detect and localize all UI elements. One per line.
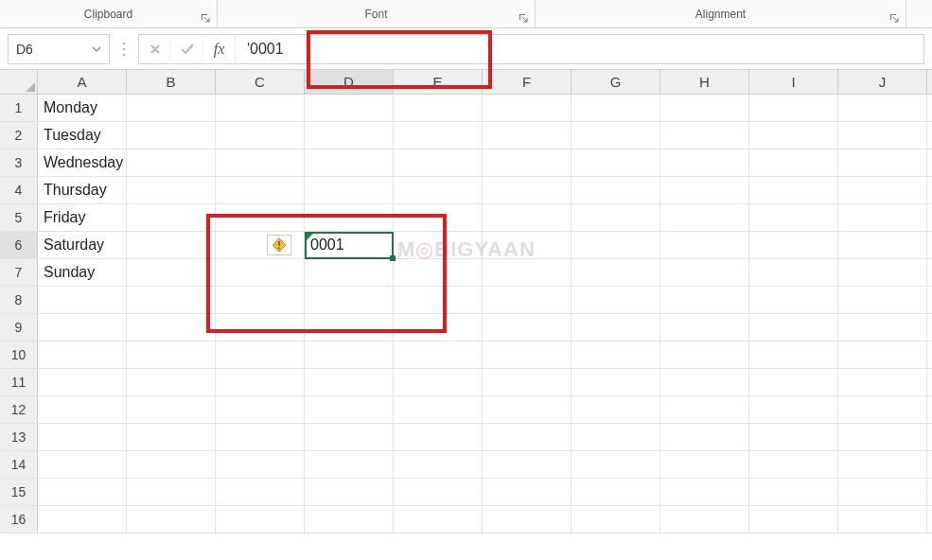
enter-button[interactable] <box>171 34 203 64</box>
cell-A2[interactable]: Tuesday <box>38 122 127 149</box>
cell-A11[interactable] <box>38 369 127 395</box>
cell-I16[interactable] <box>749 506 838 533</box>
cell-I13[interactable] <box>749 424 838 450</box>
cell-H10[interactable] <box>660 341 749 368</box>
cell-B10[interactable] <box>127 341 216 368</box>
cell-J3[interactable] <box>838 149 927 176</box>
cell-F15[interactable] <box>483 479 572 505</box>
cell-F13[interactable] <box>483 424 572 450</box>
cell-G15[interactable] <box>572 479 660 505</box>
row-header-11[interactable]: 11 <box>0 369 38 395</box>
row-header-13[interactable]: 13 <box>0 424 38 450</box>
cell-D7[interactable] <box>305 259 394 286</box>
cell-E11[interactable] <box>394 369 483 395</box>
row-header-4[interactable]: 4 <box>0 177 38 203</box>
cell-B7[interactable] <box>127 259 216 286</box>
cell-G6[interactable] <box>572 232 660 258</box>
cell-F9[interactable] <box>483 314 572 341</box>
cell-C9[interactable] <box>216 314 305 341</box>
cell-A7[interactable]: Sunday <box>38 259 127 286</box>
column-header-E[interactable]: E <box>394 70 483 94</box>
cell-A10[interactable] <box>38 341 127 368</box>
row-header-7[interactable]: 7 <box>0 259 38 286</box>
chevron-down-icon[interactable] <box>92 44 101 54</box>
cell-I14[interactable] <box>749 451 838 478</box>
cell-B11[interactable] <box>127 369 216 395</box>
cell-C8[interactable] <box>216 287 305 313</box>
cell-J13[interactable] <box>838 424 927 450</box>
cell-I9[interactable] <box>749 314 838 341</box>
cell-A5[interactable]: Friday <box>38 204 127 231</box>
insert-function-button[interactable]: fx <box>203 34 236 64</box>
cell-D8[interactable] <box>305 287 394 313</box>
column-header-C[interactable]: C <box>216 70 305 94</box>
column-header-D[interactable]: D <box>305 70 394 94</box>
cell-B13[interactable] <box>127 424 216 450</box>
cell-I12[interactable] <box>749 396 838 423</box>
cell-G9[interactable] <box>572 314 660 341</box>
cell-B16[interactable] <box>127 506 216 533</box>
cell-E15[interactable] <box>394 479 483 505</box>
cell-F4[interactable] <box>483 177 572 203</box>
cell-I15[interactable] <box>749 479 838 505</box>
column-header-A[interactable]: A <box>38 70 127 94</box>
cell-E4[interactable] <box>394 177 483 203</box>
cell-J4[interactable] <box>838 177 927 203</box>
cell-A3[interactable]: Wednesday <box>38 149 127 176</box>
cell-I8[interactable] <box>749 287 838 313</box>
cell-G14[interactable] <box>572 451 660 478</box>
cell-D4[interactable] <box>305 177 394 203</box>
cell-B8[interactable] <box>127 287 216 313</box>
cell-F11[interactable] <box>483 369 572 395</box>
cell-F16[interactable] <box>483 506 572 533</box>
cell-E5[interactable] <box>394 204 483 231</box>
row-header-5[interactable]: 5 <box>0 204 38 231</box>
cell-J7[interactable] <box>838 259 927 286</box>
column-header-G[interactable]: G <box>572 70 660 94</box>
cell-D1[interactable] <box>305 95 394 121</box>
cell-I4[interactable] <box>749 177 838 203</box>
cell-J11[interactable] <box>838 369 927 395</box>
row-header-1[interactable]: 1 <box>0 95 38 121</box>
row-header-15[interactable]: 15 <box>0 479 38 505</box>
cell-G4[interactable] <box>572 177 660 203</box>
cell-B6[interactable] <box>127 232 216 258</box>
cell-A6[interactable]: Saturday <box>38 232 127 258</box>
cell-I5[interactable] <box>749 204 838 231</box>
cell-A4[interactable]: Thursday <box>38 177 127 203</box>
cell-H5[interactable] <box>660 204 749 231</box>
row-header-2[interactable]: 2 <box>0 122 38 149</box>
cell-E16[interactable] <box>394 506 483 533</box>
cell-C4[interactable] <box>216 177 305 203</box>
cell-F12[interactable] <box>483 396 572 423</box>
cell-G13[interactable] <box>572 424 660 450</box>
cell-F1[interactable] <box>483 95 572 121</box>
column-header-I[interactable]: I <box>749 70 838 94</box>
cell-G3[interactable] <box>572 149 660 176</box>
cell-I6[interactable] <box>749 232 838 258</box>
cell-B9[interactable] <box>127 314 216 341</box>
cell-E12[interactable] <box>394 396 483 423</box>
cell-C14[interactable] <box>216 451 305 478</box>
dialog-launcher-icon[interactable] <box>888 12 900 24</box>
cell-F14[interactable] <box>483 451 572 478</box>
cell-D14[interactable] <box>305 451 394 478</box>
select-all-corner[interactable] <box>0 70 38 94</box>
cell-D3[interactable] <box>305 149 394 176</box>
cell-D2[interactable] <box>305 122 394 149</box>
cell-B3[interactable] <box>127 149 216 176</box>
cell-E2[interactable] <box>394 122 483 149</box>
cell-C10[interactable] <box>216 341 305 368</box>
cell-C7[interactable] <box>216 259 305 286</box>
cell-J6[interactable] <box>838 232 927 258</box>
cell-G1[interactable] <box>572 95 660 121</box>
cell-A9[interactable] <box>38 314 127 341</box>
cell-D9[interactable] <box>305 314 394 341</box>
cell-B4[interactable] <box>127 177 216 203</box>
cell-J14[interactable] <box>838 451 927 478</box>
cell-G2[interactable] <box>572 122 660 149</box>
cell-G7[interactable] <box>572 259 660 286</box>
cell-H11[interactable] <box>660 369 749 395</box>
cell-I1[interactable] <box>749 95 838 121</box>
cell-D12[interactable] <box>305 396 394 423</box>
